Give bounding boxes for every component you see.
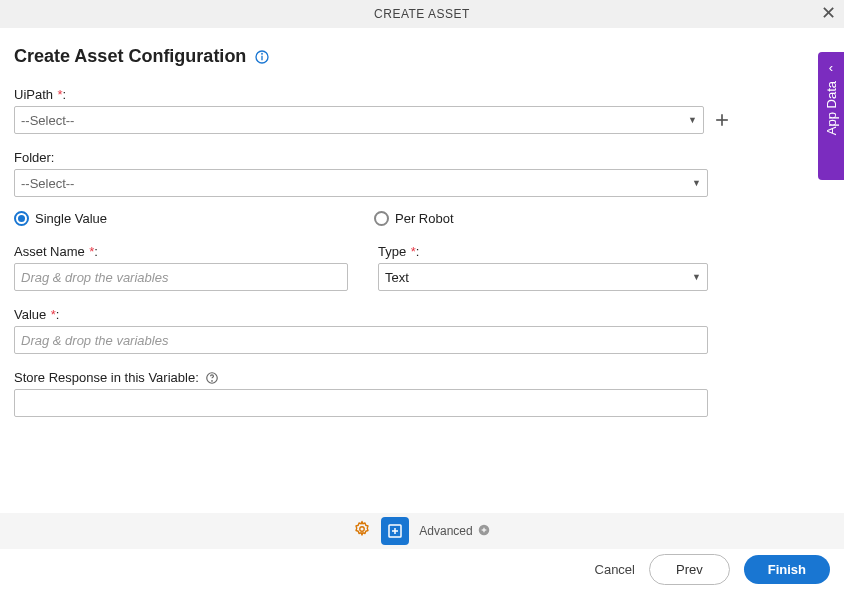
app-data-label: App Data [824,81,839,135]
page-title: Create Asset Configuration [14,46,246,67]
uipath-select-value: --Select-- [21,113,74,128]
asset-name-required: *: [89,244,98,259]
folder-label: Folder: [14,150,54,165]
type-select[interactable]: Text ▼ [378,263,708,291]
dialog-title: CREATE ASSET [374,7,470,21]
prev-button[interactable]: Prev [649,554,730,585]
chevron-left-icon: ‹ [829,60,833,75]
plus-circle-icon [477,523,491,540]
value-label: Value [14,307,46,322]
finish-button[interactable]: Finish [744,555,830,584]
folder-select-value: --Select-- [21,176,74,191]
type-required: *: [411,244,420,259]
chevron-down-icon: ▼ [692,272,701,282]
asset-name-input[interactable] [14,263,348,291]
footer-toolbar: Advanced [0,513,844,549]
app-data-tab[interactable]: ‹ App Data [818,52,844,180]
svg-point-6 [212,380,213,381]
add-icon[interactable] [710,108,734,132]
expand-button[interactable] [381,517,409,545]
info-icon[interactable] [254,49,270,65]
chevron-down-icon: ▼ [688,115,697,125]
value-required: *: [51,307,60,322]
help-icon[interactable] [203,368,219,385]
chevron-down-icon: ▼ [692,178,701,188]
uipath-select[interactable]: --Select-- ▼ [14,106,704,134]
advanced-label-text: Advanced [419,524,472,538]
value-input[interactable] [14,326,708,354]
svg-point-7 [360,527,365,532]
radio-per-robot[interactable]: Per Robot [374,211,454,226]
radio-per-robot-label: Per Robot [395,211,454,226]
dialog-header: CREATE ASSET ✕ [0,0,844,28]
cancel-button[interactable]: Cancel [595,562,635,577]
type-label: Type [378,244,406,259]
svg-point-2 [262,53,263,54]
radio-unchecked-icon [374,211,389,226]
advanced-toggle[interactable]: Advanced [419,523,490,540]
store-response-input[interactable] [14,389,708,417]
uipath-label: UiPath [14,87,53,102]
uipath-required: *: [57,87,66,102]
radio-single-label: Single Value [35,211,107,226]
gear-icon[interactable] [353,520,371,542]
store-response-label: Store Response in this Variable: [14,370,199,385]
asset-name-label: Asset Name [14,244,85,259]
radio-checked-icon [14,211,29,226]
radio-single-value[interactable]: Single Value [14,211,374,226]
folder-select[interactable]: --Select-- ▼ [14,169,708,197]
close-icon[interactable]: ✕ [821,4,836,22]
type-select-value: Text [385,270,409,285]
